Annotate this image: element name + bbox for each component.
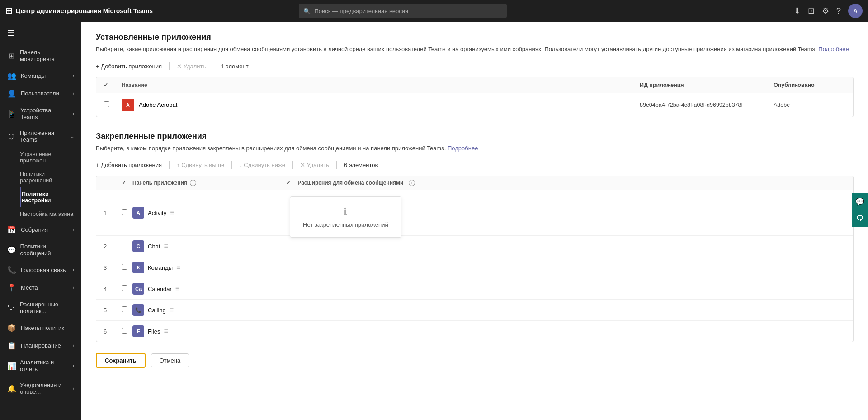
layout-icon[interactable]: ⊡	[808, 6, 815, 16]
pinned-apps-link[interactable]: Подробнее	[448, 145, 478, 152]
app-name-calling: Calling	[148, 307, 166, 314]
pinned-checkbox-4[interactable]	[122, 285, 127, 291]
toolbar-separator	[213, 62, 213, 70]
sidebar-item-dashboard[interactable]: ⊞ Панель мониторинга	[0, 44, 81, 67]
pinned-checkbox-6[interactable]	[122, 328, 127, 334]
save-button[interactable]: Сохранить	[96, 353, 146, 368]
pinned-row-6[interactable]: 6 F Files ≡	[96, 321, 853, 342]
app-title: Центр администрирования Microsoft Teams	[16, 7, 153, 14]
add-pinned-app-button[interactable]: + Добавить приложения	[96, 160, 162, 170]
sidebar-item-analytics[interactable]: 📊 Аналитика и отчеты ›	[0, 354, 81, 377]
drag-handle[interactable]: ≡	[170, 306, 174, 314]
app-name-cell: A Adobe Acrobat	[122, 99, 632, 111]
pinned-checkbox-1[interactable]	[122, 209, 127, 215]
toolbar-separator	[336, 161, 337, 169]
sidebar-label-meetings: Собрания	[21, 226, 48, 233]
check-col-header: ✓	[104, 82, 114, 88]
pinned-checkbox-3[interactable]	[122, 264, 127, 270]
installed-apps-toolbar: + Добавить приложения ✕ Удалить 1 элемен…	[96, 61, 854, 72]
drag-handle[interactable]: ≡	[164, 327, 168, 335]
panel-app-cell: 📞 Calling ≡	[132, 304, 286, 316]
app-id-cell: 89e04ba4-72ba-4c8f-a08f-d96992bb378f	[640, 102, 766, 108]
search-bar[interactable]: 🔍 Поиск — предварительная версия	[299, 4, 507, 18]
sidebar-item-teams[interactable]: 👥 Команды ›	[0, 67, 81, 85]
sidebar-item-msg-policies[interactable]: 💬 Политики сообщений	[0, 239, 81, 261]
sidebar-item-policy-packages[interactable]: 📦 Пакеты политик	[0, 319, 81, 337]
panel-app-cell: К Команды ≡	[132, 262, 286, 273]
ext-info-icon[interactable]: i	[409, 180, 415, 186]
pinned-checkbox-2[interactable]	[122, 243, 127, 248]
add-installed-app-button[interactable]: + Добавить приложения	[96, 61, 162, 72]
chat-floater-button[interactable]: 💬	[852, 193, 868, 210]
teams-app-icon: К	[132, 262, 144, 273]
app-name-chat: Chat	[148, 243, 160, 250]
move-up-button[interactable]: ↑ Сдвинуть выше	[177, 160, 224, 170]
download-icon[interactable]: ⬇	[794, 6, 801, 16]
chevron-icon: ›	[73, 267, 74, 272]
panel-info-icon[interactable]: i	[190, 180, 196, 186]
row-number: 6	[104, 328, 122, 335]
installed-apps-link[interactable]: Подробнее	[818, 46, 849, 52]
panel-col-header: Панель приложения i	[132, 180, 286, 186]
app-checkbox[interactable]	[104, 101, 109, 107]
sidebar-item-advanced[interactable]: 🛡 Расширенные политик...	[0, 296, 81, 319]
row-checkbox-col[interactable]	[122, 243, 132, 250]
sidebar-item-setup-policies[interactable]: Политики настройки	[20, 187, 81, 207]
sidebar-item-devices[interactable]: 📱 Устройства Teams ›	[0, 102, 81, 125]
delete-installed-button[interactable]: ✕ Удалить	[177, 61, 206, 72]
table-header: ✓ Название ИД приложения Опубликовано	[96, 77, 853, 93]
pinned-row-5[interactable]: 5 📞 Calling ≡	[96, 300, 853, 321]
avatar[interactable]: A	[848, 4, 863, 18]
drag-handle[interactable]: ≡	[176, 263, 180, 272]
publisher-cell: Adobe	[774, 102, 846, 108]
drag-handle[interactable]: ≡	[170, 209, 174, 217]
hamburger-menu[interactable]: ☰	[0, 22, 81, 44]
drag-handle[interactable]: ≡	[164, 242, 168, 250]
row-checkbox-col[interactable]	[122, 328, 132, 335]
sidebar-item-permission-policies[interactable]: Политики разрешений	[20, 167, 81, 187]
sidebar-item-apps[interactable]: ⬡ Приложения Teams ⌄	[0, 125, 81, 148]
toolbar-separator	[169, 62, 170, 70]
chevron-icon: ›	[73, 386, 74, 391]
delete-pinned-button[interactable]: ✕ Удалить	[300, 160, 329, 170]
help-icon[interactable]: ?	[836, 6, 841, 16]
installed-apps-section: Установленные приложения Выберите, какие…	[96, 33, 854, 117]
sidebar-item-planning[interactable]: 📋 Планирование ›	[0, 337, 81, 354]
pinned-row-2[interactable]: 2 C Chat ≡	[96, 236, 853, 257]
sidebar-item-users[interactable]: 👤 Пользователи ›	[0, 85, 81, 102]
pinned-apps-section: Закрепленные приложения Выберите, в како…	[96, 132, 854, 343]
row-checkbox-col[interactable]	[122, 285, 132, 292]
pinned-checkbox-5[interactable]	[122, 306, 127, 312]
sidebar-label-teams: Команды	[21, 72, 46, 79]
drag-handle[interactable]: ≡	[175, 285, 179, 293]
pinned-row-4[interactable]: 4 Ca Calendar ≡	[96, 278, 853, 300]
sidebar-item-voice[interactable]: 📞 Голосовая связь ›	[0, 261, 81, 279]
msg-floater-button[interactable]: 🗨	[852, 210, 868, 227]
sidebar-sub-apps: Управление приложен... Политики разрешен…	[0, 148, 81, 221]
name-col-header: Название	[122, 82, 632, 88]
pinned-row-3[interactable]: 3 К Команды ≡	[96, 257, 853, 278]
teams-icon: 👥	[7, 72, 16, 80]
pinned-apps-desc: Выберите, в каком порядке приложения зак…	[96, 144, 854, 153]
notifications-icon: 🔔	[7, 384, 15, 393]
no-pinned-popup: ℹ Нет закрепленных приложений	[290, 196, 401, 238]
move-down-button[interactable]: ↓ Сдвинуть ниже	[239, 160, 285, 170]
toolbar-separator	[169, 161, 170, 169]
pinned-row-1[interactable]: 1 A Activity ≡ ℹ Нет закрепленных прилож…	[96, 190, 853, 236]
sidebar-item-locations[interactable]: 📍 Места ›	[0, 279, 81, 296]
sidebar-label-analytics: Аналитика и отчеты	[20, 359, 68, 372]
topbar: ⊞ Центр администрирования Microsoft Team…	[0, 0, 868, 22]
sidebar-item-manage-apps[interactable]: Управление приложен...	[20, 148, 81, 167]
sidebar-item-notifications[interactable]: 🔔 Уведомления и опове... ›	[0, 377, 81, 400]
table-row[interactable]: A Adobe Acrobat 89e04ba4-72ba-4c8f-a08f-…	[96, 93, 853, 117]
sidebar-item-meetings[interactable]: 📅 Собрания ›	[0, 221, 81, 239]
row-checkbox[interactable]	[104, 101, 114, 109]
sidebar-item-store-settings[interactable]: Настройка магазина	[20, 207, 81, 221]
settings-icon[interactable]: ⚙	[822, 6, 829, 16]
row-checkbox-col[interactable]	[122, 264, 132, 271]
meetings-icon: 📅	[7, 225, 16, 234]
row-number: 3	[104, 264, 122, 271]
row-checkbox-col[interactable]	[122, 306, 132, 314]
cancel-button[interactable]: Отмена	[151, 353, 189, 368]
row-checkbox-col[interactable]	[122, 209, 132, 216]
